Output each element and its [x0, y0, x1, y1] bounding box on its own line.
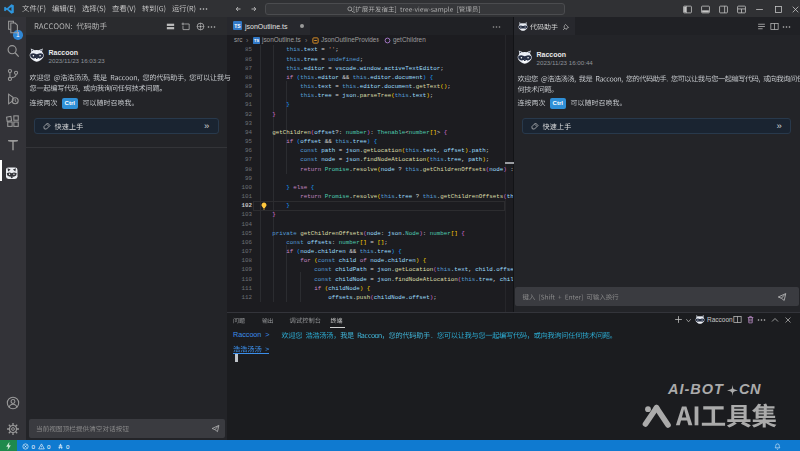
svg-text:TS: TS — [234, 23, 241, 29]
svg-text:TS: TS — [254, 38, 259, 43]
